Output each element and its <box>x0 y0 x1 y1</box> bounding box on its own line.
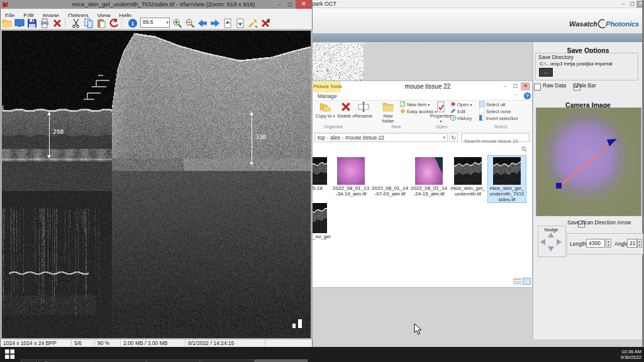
info-icon[interactable]: i <box>127 18 138 28</box>
view-list-icon[interactable] <box>513 278 521 285</box>
browse-directory-button[interactable]: ... <box>539 68 553 77</box>
file-item[interactable]: mice_skin_gel_undernith_TiO2sides.tif <box>488 156 526 202</box>
zoom-combobox[interactable]: 89.6▾ <box>140 18 170 28</box>
raw-data-label: Raw Data <box>543 82 566 89</box>
taskbar-item-spark-console[interactable]: Spark Console <box>92 359 146 362</box>
search-input[interactable] <box>462 138 522 145</box>
measure2-value: 330 <box>255 133 266 140</box>
spark-maximize-button[interactable]: ▢ <box>628 1 636 8</box>
delete-icon[interactable] <box>52 18 63 28</box>
irfanview-minimize-button[interactable]: – <box>274 1 284 8</box>
raw-data-checkbox[interactable] <box>534 84 541 90</box>
select-none-button[interactable]: Select none <box>479 108 511 114</box>
irfanview-toolbar: i89.6▾ <box>1 17 312 30</box>
page-up-icon[interactable] <box>222 18 233 28</box>
toolbar-separator <box>65 18 69 28</box>
print-icon[interactable] <box>39 18 50 28</box>
zoom-in-icon[interactable] <box>172 18 183 28</box>
spark-title-bar[interactable] <box>307 0 644 8</box>
nudge-up-button[interactable] <box>548 233 554 238</box>
irfanview-maximize-button[interactable]: ▢ <box>285 1 295 8</box>
new-item-button[interactable]: New item ▾ <box>400 101 430 107</box>
forward-icon[interactable] <box>209 18 221 28</box>
zoom-out-icon[interactable] <box>184 18 196 28</box>
camera-image <box>536 107 641 216</box>
undo-icon[interactable] <box>108 18 119 28</box>
spark-live-bscan-preview <box>313 43 364 80</box>
copy-icon[interactable] <box>83 18 94 28</box>
open-folder-icon[interactable] <box>1 18 13 28</box>
angle-input[interactable]: 21 <box>627 239 637 248</box>
page-down-icon[interactable] <box>235 18 246 28</box>
file-item[interactable]: 2022_08_01_14-07-03_aim.tif <box>371 156 409 197</box>
ribbon-collapse-icon[interactable]: ˆ <box>516 93 518 99</box>
file-thumbnail[interactable] <box>454 157 482 185</box>
paste-icon[interactable] <box>96 18 107 28</box>
rename-button[interactable]: Rename <box>353 101 374 119</box>
taskbar-item-mice-skin-gel-un-[interactable]: mice_skin_gel_un... <box>255 359 308 362</box>
invert-selection-button[interactable]: Invert selection <box>479 115 518 121</box>
taskbar-item-spark-oct[interactable]: Spark OCT <box>147 359 200 362</box>
view-thumbnails-icon[interactable] <box>523 278 531 285</box>
taskbar-item-prejeto-113-ale-[interactable]: Prejeto (113) - ale... <box>38 359 91 362</box>
file-thumbnail[interactable] <box>493 157 521 185</box>
file-name: 2022_08_01_13-34-19_aim.tif <box>332 185 370 197</box>
status-segment: 1024 x 1024 x 24 BPP <box>1 339 72 346</box>
picture-tools-tab[interactable]: Picture Tools <box>313 81 341 92</box>
angle-stepper[interactable]: ▴▾ <box>637 239 642 248</box>
start-button[interactable] <box>0 347 19 362</box>
spark-minimize-button[interactable]: – <box>619 1 628 8</box>
nudge-left-button[interactable] <box>540 239 545 245</box>
help-icon[interactable]: ? <box>524 92 531 99</box>
nudge-down-button[interactable] <box>548 246 554 251</box>
taskbar-item-floppy[interactable] <box>21 359 37 362</box>
chevron-down-icon[interactable]: ▾ <box>166 18 169 26</box>
refresh-button[interactable]: ↻ <box>449 133 458 142</box>
length-label: Length <box>570 241 586 247</box>
breadcrumb[interactable]: top›ales›mouse tissue 22▾ <box>314 133 448 142</box>
edit-button[interactable]: Edit <box>450 108 465 114</box>
angle-label: Angle <box>614 241 628 247</box>
taskbar-item-mouse-tissue-22[interactable]: mouse tissue 22 <box>201 359 254 362</box>
back-icon[interactable] <box>197 18 208 28</box>
clock-time: 10:36 AM <box>619 349 641 354</box>
length-stepper[interactable]: ▴▾ <box>606 239 611 248</box>
toolbar-separator <box>121 18 125 28</box>
irfanview-close-button[interactable]: ✕ <box>296 0 312 9</box>
open-button[interactable]: Open ▾ <box>450 101 472 107</box>
irfanview-menubar: FileEditImageOptionsViewHelp <box>1 9 312 17</box>
breadcrumb-item[interactable]: ales <box>330 134 340 141</box>
nudge-right-button[interactable] <box>557 239 562 245</box>
new-folder-button[interactable]: New folder <box>377 101 399 124</box>
search-box[interactable] <box>461 133 530 142</box>
exit-icon[interactable] <box>260 18 271 28</box>
file-thumbnail[interactable] <box>415 157 443 185</box>
properties-button[interactable]: Properties ▾ <box>430 101 452 124</box>
cut-icon[interactable] <box>70 18 82 28</box>
file-thumbnail[interactable] <box>376 157 404 185</box>
file-item[interactable]: mice_skin_gel_undernith.tif <box>449 156 487 197</box>
scan-line <box>559 143 613 186</box>
breadcrumb-dropdown-icon[interactable]: ▾ <box>443 134 447 141</box>
explorer-maximize-button[interactable]: ▢ <box>511 82 520 90</box>
explorer-minimize-button[interactable]: – <box>501 82 510 90</box>
search-icon <box>521 146 527 152</box>
taskbar-clock[interactable]: 10:36 AM 9/30/2022 <box>619 349 641 360</box>
save-icon[interactable] <box>26 18 38 28</box>
breadcrumb-item[interactable]: mouse tissue 22 <box>345 134 384 141</box>
file-thumbnail[interactable] <box>337 157 365 185</box>
settings-icon[interactable] <box>247 18 258 28</box>
ribbon-group-select: Select <box>482 124 519 129</box>
breadcrumb-item[interactable]: top <box>318 134 325 141</box>
irfanview-app-icon <box>2 1 9 8</box>
oct-bscan-image[interactable] <box>2 31 311 338</box>
viewer-icon[interactable] <box>14 18 25 28</box>
copy-to-button[interactable]: Copy to ▾ <box>314 101 336 119</box>
select-all-button[interactable]: Select all <box>479 101 505 107</box>
file-item[interactable]: 2022_08_01_14-24-15_aim.tif <box>410 156 448 197</box>
tab-manage[interactable]: Manage <box>318 93 337 99</box>
history-button[interactable]: History <box>450 115 472 121</box>
file-item[interactable]: 2022_08_01_13-34-19_aim.tif <box>332 156 370 197</box>
explorer-close-button[interactable]: ✕ <box>521 82 530 90</box>
length-input[interactable]: 4300 <box>586 239 605 248</box>
